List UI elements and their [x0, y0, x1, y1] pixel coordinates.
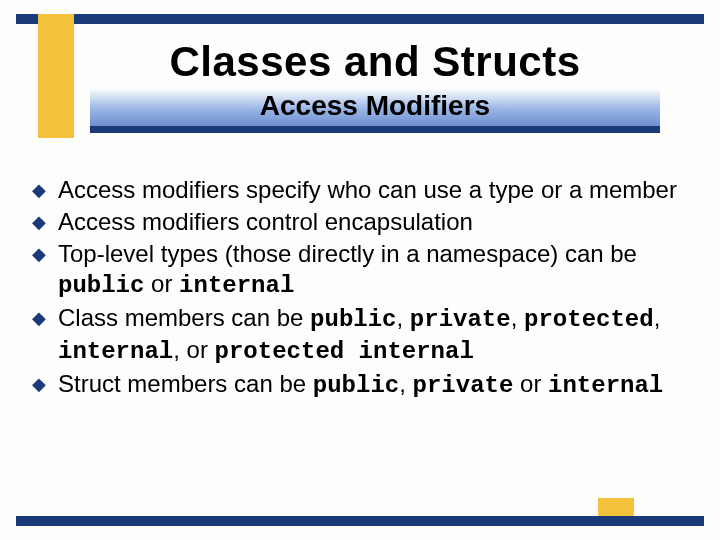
bullet-list: ◆ Access modifiers specify who can use a…: [30, 175, 680, 403]
bullet-icon: ◆: [30, 369, 48, 399]
list-item: ◆ Access modifiers specify who can use a…: [30, 175, 680, 205]
bullet-icon: ◆: [30, 207, 48, 237]
slide-subtitle: Access Modifiers: [90, 90, 660, 122]
list-item: ◆ Class members can be public, private, …: [30, 303, 680, 367]
list-item: ◆ Access modifiers control encapsulation: [30, 207, 680, 237]
bottom-accent-bar: [16, 516, 704, 526]
list-item: ◆ Struct members can be public, private …: [30, 369, 680, 401]
bullet-text: Access modifiers control encapsulation: [58, 207, 473, 237]
title-area: Classes and Structs Access Modifiers: [90, 38, 660, 133]
bullet-text: Struct members can be public, private or…: [58, 369, 663, 401]
top-accent-bar: [16, 14, 704, 24]
list-item: ◆ Top-level types (those directly in a n…: [30, 239, 680, 301]
bullet-icon: ◆: [30, 239, 48, 269]
bullet-text: Top-level types (those directly in a nam…: [58, 239, 680, 301]
bullet-icon: ◆: [30, 303, 48, 333]
bullet-icon: ◆: [30, 175, 48, 205]
bullet-text: Class members can be public, private, pr…: [58, 303, 680, 367]
top-yellow-block: [38, 14, 74, 138]
slide-title: Classes and Structs: [90, 38, 660, 86]
subtitle-band: Access Modifiers: [90, 88, 660, 133]
bullet-text: Access modifiers specify who can use a t…: [58, 175, 677, 205]
